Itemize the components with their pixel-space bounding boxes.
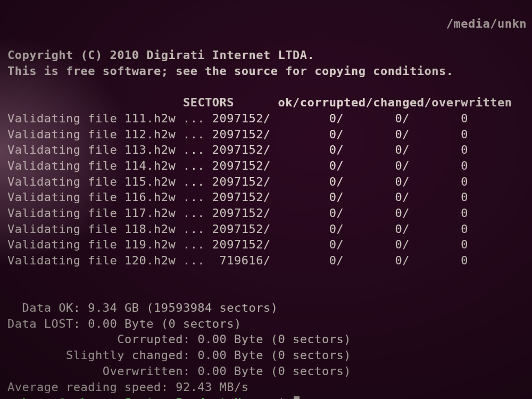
validation-rows: Validating file 111.h2w ... 2097152/ 0/ … [7,111,527,269]
shell-prompt[interactable]: unknown@unknown-System-Product-Name:~$ [7,396,300,399]
copyright-line: Copyright (C) 2010 Digirati Internet LTD… [7,48,314,62]
prompt-sep: : [263,396,271,399]
summary-corrupted: Corrupted: 0.00 Byte (0 sectors) [7,332,351,346]
summary-overwritten: Overwritten: 0.00 Byte (0 sectors) [7,364,351,378]
summary-data-lost: Data LOST: 0.00 Byte (0 sectors) [7,317,242,330]
column-headers: SECTORS ok/corrupted/changed/overwritten [7,96,512,109]
cursor-icon [294,396,300,399]
summary-speed: Average reading speed: 92.43 MB/s [7,380,249,394]
prompt-symbol: $ [278,396,286,399]
summary-data-ok: Data OK: 9.34 GB (19593984 sectors) [7,301,278,314]
terminal-output[interactable]: /media/unkn Copyright (C) 2010 Digirati … [0,0,532,399]
license-line: This is free software; see the source fo… [7,64,453,78]
prompt-user-host: unknown@unknown-System-Product-Name [7,396,263,399]
prompt-cwd: ~ [271,396,278,399]
path-fragment: /media/unkn [7,16,527,32]
summary-changed: Slightly changed: 0.00 Byte (0 sectors) [7,348,351,362]
